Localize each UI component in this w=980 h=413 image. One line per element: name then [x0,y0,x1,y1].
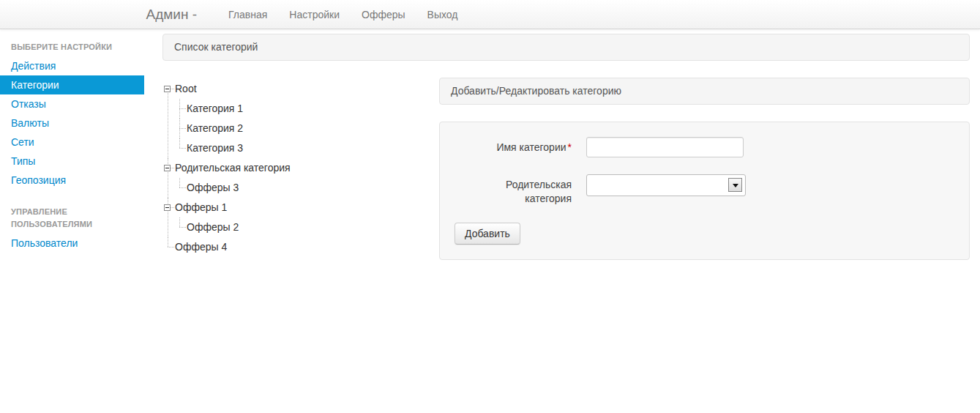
tree-collapse-icon[interactable] [164,204,171,211]
sidebar-item-users[interactable]: Пользователи [0,234,144,253]
required-asterisk: * [568,141,572,153]
tree-node: Офферы 2 [176,217,439,237]
sidebar-section-header-settings: ВЫБЕРИТЕ НАСТРОЙКИ [0,35,144,56]
tree-children: Офферы 2 [176,217,439,237]
brand[interactable]: Админ - [146,0,218,29]
category-form: Имя категории* Родительская категория До… [439,122,970,260]
sidebar-settings-list: Действия Категории Отказы Валюты Сети Ти… [0,56,144,190]
category-name-input[interactable] [586,137,744,157]
sidebar-item-networks[interactable]: Сети [0,133,144,152]
tree-node-label[interactable]: Офферы 1 [175,198,227,217]
nav-item-settings[interactable]: Настройки [278,0,351,29]
add-button[interactable]: Добавить [455,223,520,245]
nav-item-offers[interactable]: Офферы [351,0,416,29]
navbar-container: Админ - Главная Настройки Офферы Выход [146,0,834,29]
category-tree-panel: RootКатегория 1Категория 2Категория 3Род… [162,78,439,257]
tree-node: RootКатегория 1Категория 2Категория 3 [164,79,439,158]
nav-item-home[interactable]: Главная [217,0,278,29]
sidebar-section-header-user-management: УПРАВЛЕНИЕ ПОЛЬЗОВАТЕЛЯМИ [0,200,144,234]
sidebar: ВЫБЕРИТЕ НАСТРОЙКИ Действия Категории От… [0,29,144,253]
tree-collapse-icon[interactable] [164,86,171,92]
top-navbar: Админ - Главная Настройки Офферы Выход [0,0,980,29]
tree-node: Категория 1 [176,99,439,119]
tree-node-label[interactable]: Офферы 3 [187,178,239,198]
tree-node: Офферы 3 [176,178,439,198]
tree-node: Офферы 4 [164,237,439,257]
parent-category-select[interactable] [586,174,746,196]
tree-node: Родительская категорияОфферы 3 [164,158,439,198]
tree-node: Категория 3 [176,138,439,158]
tree-node-label[interactable]: Родительская категория [175,158,291,178]
sidebar-item-currencies[interactable]: Валюты [0,114,144,133]
category-tree: RootКатегория 1Категория 2Категория 3Род… [164,79,439,257]
category-form-panel: Добавить/Редактировать категорию Имя кат… [439,78,970,260]
parent-category-field-row: Родительская категория [455,174,954,206]
sidebar-item-types[interactable]: Типы [0,152,144,171]
tree-children: Категория 1Категория 2Категория 3 [176,99,439,158]
parent-category-label: Родительская категория [455,174,572,206]
category-name-label: Имя категории* [455,137,572,157]
tree-node-label[interactable]: Офферы 2 [187,217,239,237]
category-name-field-row: Имя категории* [455,137,954,157]
tree-collapse-icon[interactable] [164,165,171,171]
form-header: Добавить/Редактировать категорию [439,78,970,105]
sidebar-item-rejections[interactable]: Отказы [0,94,144,114]
category-list-header: Список категорий [162,34,970,61]
main-content: Список категорий RootКатегория 1Категори… [144,29,980,260]
tree-children: Офферы 3 [176,178,439,198]
tree-node-label[interactable]: Категория 2 [187,119,243,138]
tree-node-label[interactable]: Категория 1 [187,99,243,119]
nav-item-logout[interactable]: Выход [416,0,469,29]
sidebar-item-actions[interactable]: Действия [0,56,144,75]
tree-node-label[interactable]: Офферы 4 [175,237,227,257]
tree-node-label[interactable]: Категория 3 [187,138,243,158]
tree-node: Офферы 1Офферы 2 [164,198,439,237]
sidebar-item-geoposition[interactable]: Геопозиция [0,171,144,190]
tree-node-label[interactable]: Root [175,79,197,99]
tree-node: Категория 2 [176,119,439,138]
sidebar-item-categories[interactable]: Категории [0,75,144,94]
navbar-menu: Главная Настройки Офферы Выход [217,0,468,29]
sidebar-users-list: Пользователи [0,234,144,253]
